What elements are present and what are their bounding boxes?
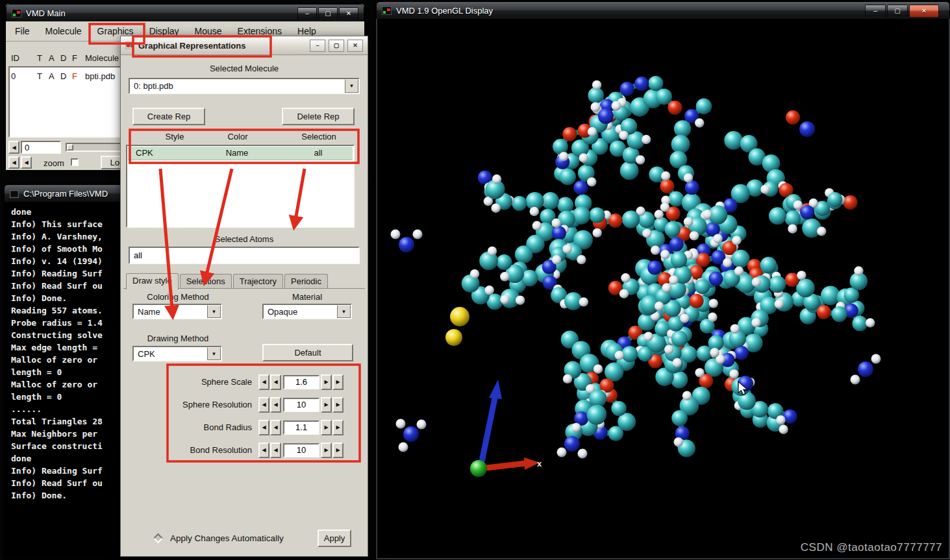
material-value: Opaque bbox=[264, 305, 337, 318]
decrement-button[interactable]: ◀ bbox=[270, 374, 281, 390]
chevron-down-icon[interactable]: ▼ bbox=[207, 347, 221, 360]
playback-reverse-button[interactable]: ◀ bbox=[8, 156, 19, 169]
decrement-fast-button[interactable]: ◀ bbox=[258, 443, 269, 458]
decrement-fast-button[interactable]: ◀ bbox=[258, 374, 269, 390]
default-button[interactable]: Default bbox=[262, 344, 353, 361]
watermark: CSDN @taotaotao7777777 bbox=[801, 541, 942, 554]
opengl-title: VMD 1.9 OpenGL Display bbox=[396, 6, 493, 16]
decrement-button[interactable]: ◀ bbox=[270, 443, 281, 458]
maximize-button[interactable]: ▢ bbox=[318, 7, 338, 20]
spinner-value[interactable]: 1.6 bbox=[283, 375, 319, 389]
close-button[interactable]: ✕ bbox=[909, 5, 939, 18]
close-button[interactable]: ✕ bbox=[339, 7, 358, 20]
decrement-fast-button[interactable]: ◀ bbox=[258, 397, 269, 413]
increment-button[interactable]: ▶ bbox=[321, 443, 332, 458]
tab-draw-style[interactable]: Draw style bbox=[126, 273, 179, 289]
menu-extensions[interactable]: Extensions bbox=[238, 26, 282, 36]
menu-mouse[interactable]: Mouse bbox=[195, 26, 222, 36]
minimize-button[interactable]: – bbox=[865, 5, 886, 18]
selected-molecule-label: Selected Molecule bbox=[121, 64, 368, 73]
increment-button[interactable]: ▶ bbox=[321, 397, 332, 413]
dialog-close-button[interactable]: ✕ bbox=[347, 40, 363, 52]
zoom-checkbox[interactable] bbox=[71, 158, 79, 166]
tab-trajectory[interactable]: Trajectory bbox=[233, 274, 283, 289]
spinner-label: Bond Resolution bbox=[121, 445, 258, 455]
coloring-method-value: Name bbox=[134, 305, 207, 318]
selected-molecule-value: 0: bpti.pdb bbox=[130, 79, 345, 93]
material-dropdown[interactable]: Opaque ▼ bbox=[262, 304, 352, 319]
row-id[interactable]: 0 bbox=[11, 71, 16, 81]
menu-graphics[interactable]: Graphics bbox=[97, 26, 134, 36]
menu-file[interactable]: File bbox=[15, 26, 30, 36]
vmd-main-titlebar[interactable]: VMD Main – ▢ ✕ bbox=[6, 4, 364, 23]
row-flag-d[interactable]: D bbox=[60, 71, 66, 81]
increment-fast-button[interactable]: ▶ bbox=[332, 374, 344, 390]
increment-fast-button[interactable]: ▶ bbox=[332, 443, 344, 458]
rep-listbox[interactable]: CPK Name all bbox=[126, 145, 355, 228]
selected-atoms-input[interactable]: all bbox=[129, 247, 360, 264]
increment-fast-button[interactable]: ▶ bbox=[332, 397, 344, 413]
vmd-main-title: VMD Main bbox=[26, 8, 66, 18]
row-molecule-name[interactable]: bpti.pdb bbox=[85, 71, 115, 81]
coloring-method-dropdown[interactable]: Name ▼ bbox=[132, 304, 222, 319]
apply-auto-checkbox[interactable] bbox=[153, 533, 164, 544]
row-flag-t[interactable]: T bbox=[37, 71, 42, 81]
rep-selected-row[interactable]: CPK Name all bbox=[128, 147, 353, 160]
menu-display[interactable]: Display bbox=[149, 26, 179, 36]
opengl-display-window: VMD 1.9 OpenGL Display – ▢ ✕ x CSDN @tao… bbox=[375, 1, 950, 560]
create-rep-button[interactable]: Create Rep bbox=[132, 108, 205, 125]
row-flag-f[interactable]: F bbox=[72, 71, 77, 81]
menu-molecule[interactable]: Molecule bbox=[45, 26, 82, 36]
decrement-button[interactable]: ◀ bbox=[270, 420, 281, 435]
spinner-bond-radius: Bond Radius◀◀1.1▶▶ bbox=[121, 416, 368, 439]
spinner-value[interactable]: 1.1 bbox=[283, 420, 319, 435]
minimize-button[interactable]: – bbox=[297, 7, 317, 20]
spinner-value[interactable]: 10 bbox=[283, 398, 319, 412]
dialog-maximize-button[interactable]: ▢ bbox=[329, 40, 344, 52]
opengl-titlebar[interactable]: VMD 1.9 OpenGL Display – ▢ ✕ bbox=[376, 1, 950, 20]
dialog-titlebar[interactable]: Graphical Representations – ▢ ✕ bbox=[121, 36, 368, 55]
playback-step-button[interactable]: ◀ bbox=[21, 156, 32, 169]
rep-selection-cell: all bbox=[282, 148, 354, 158]
increment-fast-button[interactable]: ▶ bbox=[332, 420, 344, 435]
molecule-viewport[interactable]: x CSDN @taotaotao7777777 bbox=[376, 19, 950, 559]
spinner-label: Sphere Scale bbox=[121, 377, 258, 387]
chevron-down-icon[interactable]: ▼ bbox=[337, 305, 351, 318]
menu-help[interactable]: Help bbox=[297, 26, 316, 36]
axis-label: x bbox=[537, 459, 542, 469]
chevron-down-icon[interactable]: ▼ bbox=[345, 79, 358, 93]
spinner-value[interactable]: 10 bbox=[283, 443, 319, 457]
rep-tabs: Draw styleSelectionsTrajectoryPeriodic bbox=[126, 273, 329, 289]
drawing-method-dropdown[interactable]: CPK ▼ bbox=[132, 346, 222, 361]
column-label-d: D bbox=[60, 53, 66, 63]
frame-entry[interactable]: 0 bbox=[21, 141, 61, 154]
dialog-minimize-button[interactable]: – bbox=[310, 40, 325, 52]
apply-button[interactable]: Apply bbox=[318, 530, 351, 547]
dialog-icon bbox=[125, 42, 134, 49]
chevron-down-icon[interactable]: ▼ bbox=[207, 305, 221, 318]
tab-selections[interactable]: Selections bbox=[180, 274, 232, 289]
column-label-f: F bbox=[72, 53, 77, 63]
apply-auto-label: Apply Changes Automatically bbox=[170, 533, 284, 543]
selected-molecule-dropdown[interactable]: 0: bpti.pdb ▼ bbox=[129, 78, 360, 94]
increment-button[interactable]: ▶ bbox=[321, 420, 332, 435]
delete-rep-button[interactable]: Delete Rep bbox=[282, 108, 355, 125]
dialog-title: Graphical Representations bbox=[138, 41, 245, 51]
color-column-header: Color bbox=[205, 132, 270, 141]
increment-button[interactable]: ▶ bbox=[321, 374, 332, 390]
decrement-fast-button[interactable]: ◀ bbox=[258, 420, 269, 435]
tab-periodic[interactable]: Periodic bbox=[284, 274, 328, 289]
slider-thumb[interactable] bbox=[67, 144, 73, 151]
molecule-render[interactable] bbox=[377, 19, 949, 558]
column-label-id: ID bbox=[11, 53, 19, 63]
graphical-representations-dialog: Graphical Representations – ▢ ✕ Selected… bbox=[120, 36, 368, 557]
maximize-button[interactable]: ▢ bbox=[887, 5, 908, 18]
decrement-button[interactable]: ◀ bbox=[270, 397, 281, 413]
terminal-icon bbox=[10, 190, 19, 198]
frame-step-back-button[interactable]: ◀ bbox=[8, 141, 19, 154]
spinner-label: Sphere Resolution bbox=[121, 400, 258, 409]
row-flag-a[interactable]: A bbox=[49, 71, 55, 81]
spinner-bond-resolution: Bond Resolution◀◀10▶▶ bbox=[121, 439, 368, 461]
spinner-group: Sphere Scale◀◀1.6▶▶Sphere Resolution◀◀10… bbox=[121, 371, 368, 461]
console-title: C:\Program Files\VMD bbox=[23, 189, 108, 199]
